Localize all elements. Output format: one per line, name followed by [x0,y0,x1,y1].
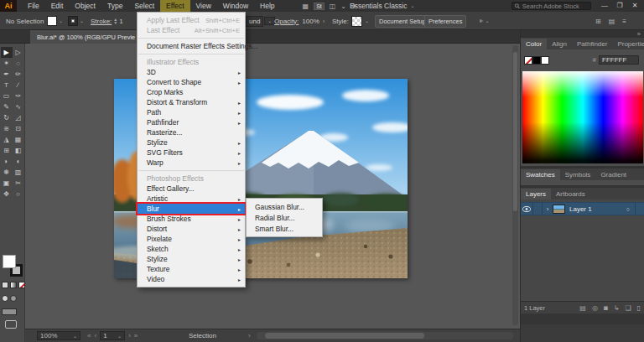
stroke-weight-label[interactable]: Stroke: [91,18,112,25]
close-button[interactable]: ✕ [627,0,642,11]
direct-selection-tool[interactable]: ▷ [13,47,24,58]
layer-selection-column[interactable] [635,203,644,215]
vertical-scrollbar[interactable] [512,45,518,325]
tab-pathfinder[interactable]: Pathfinder [572,39,612,49]
stroke-color-swatch[interactable] [68,16,78,26]
submenu-item-gaussian-blur[interactable]: Gaussian Blur... [247,201,322,212]
restore-button[interactable]: ❐ [612,0,627,11]
layer-target-icon[interactable]: ○ [626,206,630,212]
pencil-tool[interactable]: ✎ [1,101,13,112]
selection-tool[interactable]: ▶ [1,47,13,58]
visibility-toggle[interactable] [521,203,533,215]
first-artboard-button[interactable]: « [87,332,91,339]
layer-expand-icon[interactable]: › [543,205,553,213]
gradient-mode-button[interactable] [10,282,17,288]
menu-item-document-raster-effects-settings[interactable]: Document Raster Effects Settings... [138,41,245,51]
menu-object[interactable]: Object [69,0,101,12]
submenu-item-radial-blur[interactable]: Radial Blur... [247,212,322,223]
chevron-down-icon[interactable]: ⌄ [340,3,346,10]
menu-item-pixelate[interactable]: Pixelate [138,234,245,244]
draw-normal-icon[interactable] [2,295,8,302]
prev-artboard-button[interactable]: ‹ [94,332,96,339]
menu-item-pathfinder[interactable]: Pathfinder [138,117,245,127]
menu-item-3d[interactable]: 3D [138,67,245,77]
menu-item-distort[interactable]: Distort [138,224,245,234]
tab-color[interactable]: Color [521,39,547,49]
rotate-tool[interactable]: ↻ [1,112,13,123]
new-sublayer-icon[interactable]: ↳ [614,304,620,312]
arrange-documents-icon[interactable]: ▤ [609,18,615,25]
slice-tool[interactable]: ✂ [13,178,24,189]
lock-toggle[interactable] [533,203,543,215]
locate-object-icon[interactable]: ◎ [592,304,598,312]
drawing-modes-icon[interactable] [2,308,17,315]
column-graph-tool[interactable]: ▥ [13,167,24,178]
gradient-tool[interactable]: ◧ [13,145,24,156]
preferences-button[interactable]: Preferences [424,15,466,28]
magic-wand-tool[interactable]: ✶ [1,58,13,69]
menu-item-crop-marks[interactable]: Crop Marks [138,87,245,97]
menu-item-artistic[interactable]: Artistic [138,194,245,204]
color-spectrum[interactable] [522,71,643,163]
chevron-down-icon[interactable]: ⌄ [59,18,63,23]
menu-item-apply-last-effect[interactable]: Apply Last Effect Shift+Ctrl+E [138,15,245,25]
hand-tool[interactable]: ✥ [1,189,13,200]
tab-align[interactable]: Align [547,39,572,49]
none-swatch[interactable] [524,56,532,65]
tab-symbols[interactable]: Symbols [560,169,596,180]
menu-type[interactable]: Type [101,0,128,12]
stroke-weight-value[interactable]: 1 [119,18,122,25]
menu-item-video[interactable]: Video [138,274,245,284]
blend-tool[interactable]: ◖ [13,156,24,167]
chevron-down-icon[interactable]: ⌄ [365,18,369,23]
hex-value-field[interactable]: FFFFFF [599,55,639,65]
style-swatch[interactable] [351,16,362,27]
chevron-down-icon[interactable]: ⌄ [486,18,490,23]
collect-export-icon[interactable]: ▤ [579,304,586,312]
adobe-stock-icon[interactable]: St [314,3,325,10]
menu-item-sketch[interactable]: Sketch [138,244,245,254]
curvature-tool[interactable]: ✏ [13,69,24,80]
layer-thumbnail[interactable] [553,205,565,214]
scale-tool[interactable]: ◿ [13,112,24,123]
layer-name[interactable]: Layer 1 [569,205,592,213]
tab-gradient[interactable]: Gradient [595,169,631,180]
menu-item-brush-strokes[interactable]: Brush Strokes [138,214,245,224]
minimize-button[interactable]: — [597,0,612,11]
menu-item-distort-transform[interactable]: Distort & Transform [138,97,245,107]
menu-item-blur[interactable]: Blur [138,204,245,214]
horizontal-scrollbar-thumb[interactable] [265,333,424,339]
shaper-tool[interactable]: ∿ [13,101,24,112]
menu-help[interactable]: Help [254,0,280,12]
document-tab[interactable]: Blur.ai* @ 100% (RGB/GPU Previe [30,30,143,44]
submenu-item-smart-blur[interactable]: Smart Blur... [247,223,322,234]
color-mode-button[interactable] [2,282,8,288]
pen-tool[interactable]: ✒ [1,69,13,80]
chevron-down-icon[interactable]: ⌄ [80,18,84,23]
tab-layers[interactable]: Layers [521,189,551,200]
menu-item-stylize-illustrator[interactable]: Stylize [138,137,245,148]
workspace-switcher-icon[interactable]: ◫ [330,3,336,10]
free-transform-tool[interactable]: ⊡ [13,123,24,134]
zoom-tool[interactable]: ○ [13,189,24,200]
line-segment-tool[interactable]: ∕ [13,80,24,91]
opacity-value[interactable]: 100% [302,18,319,25]
menu-item-rasterize[interactable]: Rasterize... [138,127,245,137]
fill-indicator[interactable] [3,255,16,268]
menu-item-convert-to-shape[interactable]: Convert to Shape [138,77,245,87]
workspace-switcher[interactable]: Essentials Classic ⌄ [350,2,415,10]
screen-mode-icon[interactable] [5,320,17,329]
menu-effect[interactable]: Effect [160,0,190,12]
fill-stroke-indicator[interactable] [3,255,23,277]
clipping-mask-icon[interactable]: ◙ [604,304,608,312]
panel-menu-icon[interactable]: ≡ [622,18,626,25]
menu-item-stylize-photoshop[interactable]: Stylize [138,254,245,264]
last-artboard-button[interactable]: » [134,332,138,339]
align-glyphs-icon[interactable]: ⫦ [480,17,484,25]
menu-view[interactable]: View [190,0,217,12]
collapse-panels-icon[interactable]: » [637,30,641,38]
horizontal-scrollbar[interactable] [257,332,513,339]
menu-window[interactable]: Window [217,0,254,12]
menu-item-svg-filters[interactable]: SVG Filters [138,148,245,158]
white-swatch[interactable] [541,56,549,65]
